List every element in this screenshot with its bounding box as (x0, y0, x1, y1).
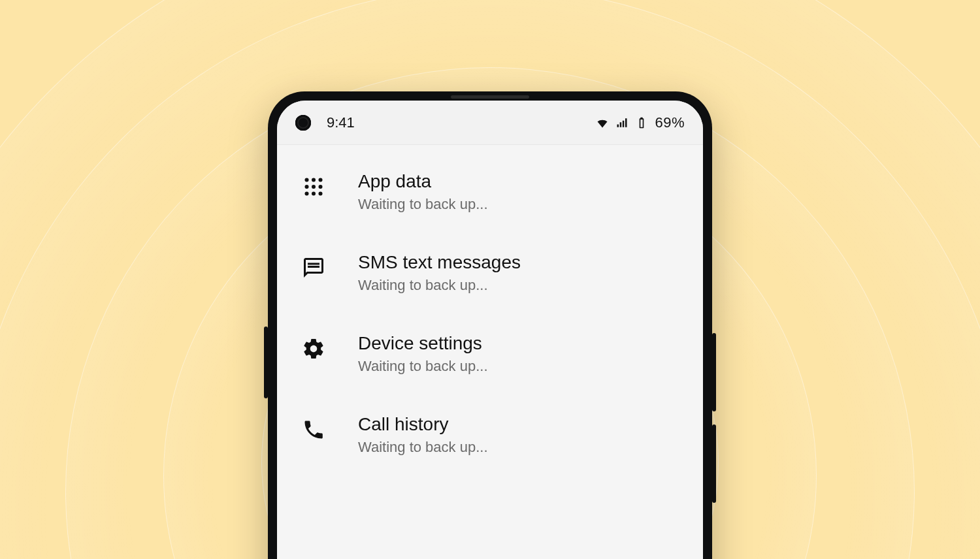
backup-item-title: SMS text messages (358, 252, 521, 273)
svg-point-8 (319, 192, 323, 196)
svg-point-5 (319, 185, 323, 189)
phone-screen: 9:41 69% (277, 101, 703, 559)
apps-grid-icon (301, 174, 327, 200)
backup-item-status: Waiting to back up... (358, 277, 521, 294)
svg-point-0 (305, 178, 309, 182)
backup-item-title: Device settings (358, 333, 488, 354)
gear-icon (301, 336, 327, 362)
backup-items-list: App data Waiting to back up... SMS text … (277, 145, 703, 475)
svg-point-4 (312, 185, 316, 189)
backup-item-status: Waiting to back up... (358, 358, 488, 375)
battery-icon (635, 116, 648, 129)
backup-item-status: Waiting to back up... (358, 439, 488, 456)
phone-volume-up-icon (712, 333, 716, 411)
phone-earpiece-icon (451, 95, 529, 99)
phone-mockup: 9:41 69% (268, 91, 712, 559)
svg-point-1 (312, 178, 316, 182)
svg-point-2 (319, 178, 323, 182)
phone-volume-down-icon (712, 424, 716, 503)
backup-item-title: Call history (358, 414, 488, 435)
svg-point-6 (305, 192, 309, 196)
battery-percent: 69% (655, 114, 685, 131)
front-camera-icon (295, 115, 311, 131)
backup-item-status: Waiting to back up... (358, 196, 488, 213)
svg-point-7 (312, 192, 316, 196)
status-bar: 9:41 69% (277, 101, 703, 145)
svg-point-3 (305, 185, 309, 189)
cellular-signal-icon (615, 116, 629, 129)
backup-item-device-settings[interactable]: Device settings Waiting to back up... (277, 313, 703, 394)
phone-icon (301, 417, 327, 443)
backup-item-sms[interactable]: SMS text messages Waiting to back up... (277, 232, 703, 313)
message-icon (301, 255, 327, 281)
wifi-icon (596, 116, 609, 129)
backup-item-app-data[interactable]: App data Waiting to back up... (277, 152, 703, 232)
backup-item-title: App data (358, 171, 488, 192)
backup-item-call-history[interactable]: Call history Waiting to back up... (277, 394, 703, 475)
status-bar-time: 9:41 (327, 114, 355, 131)
phone-power-button-icon (264, 327, 268, 398)
